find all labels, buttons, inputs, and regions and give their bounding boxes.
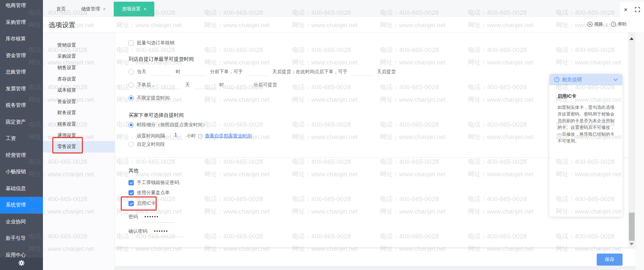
sidebar-item[interactable]: 采购管理	[0, 14, 43, 31]
close-icon[interactable]: ×	[624, 6, 628, 13]
days-after-input-2[interactable]	[352, 68, 373, 76]
settings-menu-item[interactable]: 采购设置	[43, 51, 115, 62]
interval-input[interactable]: 1	[168, 132, 183, 140]
batch-check-checkbox[interactable]	[128, 40, 134, 46]
sidebar-item[interactable]: 总账管理	[0, 64, 43, 81]
tab-option-settings[interactable]: 选项设置 ×	[114, 2, 154, 16]
pickup-time-section-title: 到店自提订单最早可提货时间	[128, 56, 194, 62]
scroll-up-arrow-icon[interactable]	[630, 37, 634, 40]
sidebar-item[interactable]: 工资	[0, 130, 43, 147]
sidebar-settings-strip	[0, 258, 43, 270]
tab-stored-value[interactable]: 储值管理 ×	[73, 2, 114, 16]
cashbox-checkbox[interactable]	[128, 180, 134, 185]
settings-menu-item[interactable]: 零售设置	[43, 141, 115, 152]
tab-close-icon[interactable]: ×	[144, 6, 146, 12]
after-order-radio-row: 下单后， 天 时 分后可提货	[128, 81, 277, 89]
custom-time-radio-row: 自定义时间段	[128, 141, 165, 147]
buyer-time-section-title: 买家下单可选择自提时间	[128, 112, 184, 119]
time-split-radio-row: 时段细分（按照自提点营业时间）	[128, 122, 207, 128]
help-topic-body: 如需制实体卡，需勾选此选项并设置密码。密码用于校验会员所刷的卡是否为本企业所制的…	[557, 104, 614, 144]
sidebar-item[interactable]: 企业协同	[0, 214, 43, 230]
tab-home[interactable]: 首页	[49, 2, 73, 16]
confirm-password-row: 确认密码 ••••••	[128, 228, 184, 237]
settings-menu-item[interactable]: 资金设置	[43, 96, 115, 107]
minute-input[interactable]	[184, 68, 206, 76]
ic-card-checkbox[interactable]	[128, 201, 134, 206]
weigh-checkbox-row: 使用分量盘点单	[128, 190, 170, 196]
question-circle-icon: ?	[198, 134, 203, 139]
batch-check-row: 批量勾选订单核销	[128, 40, 174, 46]
ic-card-checkbox-row: 启用IC卡	[128, 200, 156, 207]
sidebar-item[interactable]: 税务管理	[0, 97, 43, 114]
after-order-radio[interactable]	[128, 82, 134, 88]
fullscreen-icon[interactable]	[635, 7, 640, 12]
sidebar-item[interactable]: 发票管理	[0, 81, 43, 97]
checkbox-label: 批量勾选订单核销	[137, 40, 174, 46]
password-row: 密码 ••••••	[128, 214, 174, 223]
sidebar-item[interactable]: 资金管理	[0, 47, 43, 64]
settings-menu-item[interactable]: 成本核算	[43, 85, 115, 96]
sidebar-item[interactable]: 电商管理	[0, 0, 43, 14]
footer-bar: 保存	[115, 249, 635, 266]
weigh-checkbox[interactable]	[128, 190, 134, 195]
view-pickup-hours-link[interactable]: 查看自提档案营业时间	[205, 133, 252, 139]
svg-text:?: ?	[556, 78, 557, 81]
save-button[interactable]: 保存	[597, 254, 623, 266]
cashbox-checkbox-row: 手工弹钱箱验证密码	[128, 180, 179, 186]
hour-input[interactable]	[150, 68, 172, 76]
svg-text:?: ?	[200, 134, 201, 138]
day-input[interactable]	[160, 81, 181, 89]
scroll-down-arrow-icon[interactable]	[630, 243, 634, 245]
vertical-scrollbar	[628, 33, 635, 250]
settings-menu-item[interactable]: 销售设置	[43, 62, 115, 74]
tab-label: 首页	[56, 6, 66, 12]
confirm-password-field[interactable]: ••••••	[152, 229, 184, 237]
sidebar-item[interactable]: 基础信息	[0, 180, 43, 197]
settings-menu-item[interactable]: 库存设置	[43, 74, 115, 85]
primary-nav: 电商管理采购管理库存核算资金管理总账管理发票管理税务管理固定资产工资经营管理小畅…	[0, 0, 43, 263]
svg-text:?: ?	[612, 22, 614, 26]
help-panel-title: 相关说明	[562, 77, 582, 83]
interval-row: 设置时间间隔 1 小时 ? 查看自提档案营业时间	[137, 132, 252, 140]
window-buttons: ×	[620, 2, 644, 17]
no-limit-radio[interactable]	[128, 95, 134, 101]
tab-bar: 首页 储值管理 × 选项设置 × ×	[43, 0, 644, 17]
password-field[interactable]: ••••••	[143, 214, 174, 223]
related-help-panel: ? 相关说明 启用IC卡 如需制实体卡，需勾选此选项并设置密码。密码用于校验会员…	[549, 74, 623, 217]
gear-icon[interactable]	[18, 260, 25, 268]
chevron-down-icon[interactable]	[613, 78, 618, 81]
tab-label: 选项设置	[122, 6, 141, 12]
hour-input[interactable]	[194, 81, 215, 89]
other-section-title: 其他	[128, 168, 139, 174]
page-title: 选项设置	[49, 20, 75, 30]
days-after-input[interactable]	[247, 68, 268, 76]
settings-menu-item[interactable]: 财务设置	[43, 107, 115, 119]
no-limit-radio-row: 不限定提货时间	[128, 95, 170, 101]
primary-sidebar: 电商管理采购管理库存核算资金管理总账管理发票管理税务管理固定资产工资经营管理小畅…	[0, 0, 43, 270]
tab-close-icon[interactable]: ×	[103, 6, 106, 12]
sidebar-item[interactable]: 固定资产	[0, 114, 43, 131]
sidebar-item[interactable]: 经营管理	[0, 147, 43, 164]
custom-time-radio[interactable]	[128, 142, 134, 147]
settings-menu-item[interactable]: 税务设置	[43, 119, 115, 130]
same-day-radio[interactable]	[128, 69, 134, 75]
tab-label: 储值管理	[81, 6, 100, 12]
video-link[interactable]: 视频	[587, 21, 603, 27]
help-link[interactable]: ? 帮助	[611, 21, 627, 27]
scrollbar-thumb[interactable]	[629, 213, 635, 241]
sidebar-item[interactable]: 小畅报销	[0, 164, 43, 180]
minute-input[interactable]	[228, 81, 250, 89]
time-split-radio[interactable]	[128, 122, 134, 128]
help-panel-header[interactable]: ? 相关说明	[549, 74, 623, 85]
divider: |	[606, 22, 607, 27]
question-circle-icon: ?	[554, 77, 559, 82]
settings-menu-item[interactable]: 通用设置	[43, 130, 115, 141]
sidebar-item[interactable]: 系统管理	[0, 197, 43, 214]
settings-menu: 营销设置采购设置销售设置库存设置成本核算资金设置财务设置税务设置通用设置零售设置	[43, 33, 115, 270]
sidebar-item[interactable]: 新手引导	[0, 230, 43, 247]
settings-menu-item[interactable]: 营销设置	[43, 40, 115, 51]
sidebar-item[interactable]: 库存核算	[0, 31, 43, 47]
play-circle-icon	[587, 21, 593, 27]
help-topic-title: 启用IC卡	[557, 93, 623, 99]
page-header: 选项设置 视频 | ? 帮助	[43, 17, 644, 33]
